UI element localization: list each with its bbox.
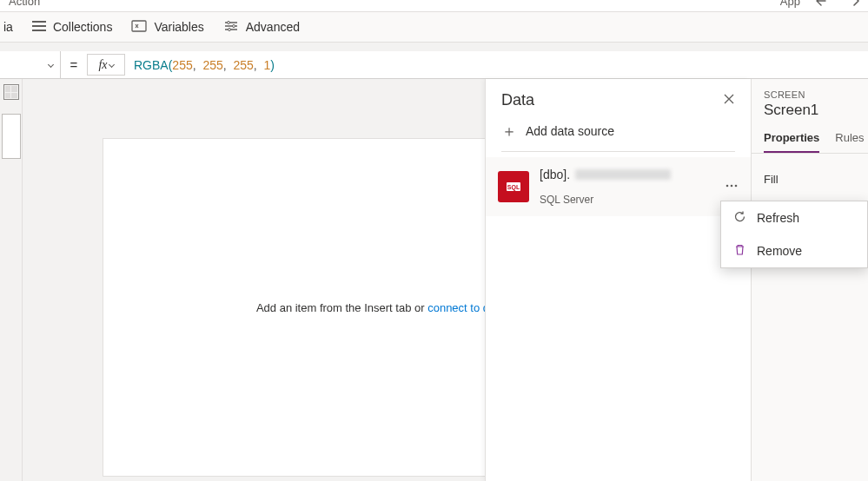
svg-point-1 (227, 21, 229, 23)
trash-icon (733, 243, 746, 259)
tree-view-toggle-icon[interactable] (3, 84, 19, 100)
screen-name: Screen1 (764, 102, 856, 119)
advanced-icon (223, 20, 239, 35)
context-menu-refresh[interactable]: Refresh (721, 201, 867, 234)
properties-section-label: SCREEN (764, 89, 856, 100)
context-menu-label: Remove (757, 244, 802, 258)
property-selector[interactable] (0, 51, 61, 78)
ribbon-label: Variables (154, 20, 203, 34)
context-menu-remove[interactable]: Remove (721, 234, 867, 267)
formula-bar[interactable]: RGBA(255, 255, 255, 1) (125, 51, 868, 78)
add-data-source-button[interactable]: ＋ Add data source (486, 115, 751, 148)
chevron-down-icon (109, 62, 115, 68)
svg-point-3 (228, 28, 230, 30)
add-data-source-label: Add data source (526, 124, 614, 138)
data-panel: Data ＋ Add data source SQL [dbo]. SQL Se… (485, 79, 751, 481)
context-menu-label: Refresh (757, 211, 799, 225)
tab-rules[interactable]: Rules (835, 131, 864, 153)
ribbon-item-media-partial[interactable]: ia (0, 20, 13, 34)
app-label[interactable]: App (780, 0, 800, 10)
ribbon-item-advanced[interactable]: Advanced (223, 20, 300, 35)
data-source-name: [dbo]. (540, 168, 714, 181)
context-menu: Refresh Remove (720, 201, 868, 268)
screen-thumbnail[interactable] (2, 114, 21, 159)
chevron-down-icon (48, 62, 54, 68)
data-source-subtitle: SQL Server (540, 194, 714, 206)
sql-server-icon: SQL (498, 171, 529, 202)
svg-point-2 (232, 24, 235, 27)
equals-sign: = (61, 51, 87, 78)
variables-icon (131, 20, 147, 35)
undo-icon[interactable] (816, 0, 830, 10)
collections-icon (32, 20, 46, 34)
svg-rect-0 (132, 21, 146, 31)
property-row-fill[interactable]: Fill (764, 166, 856, 193)
refresh-icon (733, 210, 746, 226)
fx-icon: fx (98, 58, 107, 72)
data-source-more-icon[interactable] (725, 179, 739, 195)
divider (501, 151, 735, 152)
ribbon-tab-action[interactable]: Action (9, 0, 40, 10)
data-panel-title: Data (501, 91, 534, 109)
svg-text:SQL: SQL (507, 184, 520, 191)
redo-icon[interactable] (845, 0, 859, 10)
svg-point-6 (726, 184, 729, 187)
svg-point-8 (735, 184, 738, 187)
ribbon-label: Collections (53, 20, 112, 34)
ribbon-label: Advanced (246, 20, 300, 34)
ribbon-item-collections[interactable]: Collections (32, 20, 112, 34)
svg-point-7 (731, 184, 733, 187)
canvas-hint: Add an item from the Insert tab or conne… (256, 301, 505, 314)
tab-properties[interactable]: Properties (764, 131, 819, 153)
fx-button[interactable]: fx (87, 54, 125, 76)
data-source-item[interactable]: SQL [dbo]. SQL Server (486, 157, 751, 216)
ribbon-item-variables[interactable]: Variables (131, 20, 203, 35)
properties-panel: SCREEN Screen1 Properties Rules Fill Bac… (751, 79, 868, 481)
formula-fn: RGBA (134, 58, 169, 72)
plus-icon: ＋ (501, 123, 517, 139)
close-icon[interactable] (723, 93, 735, 108)
